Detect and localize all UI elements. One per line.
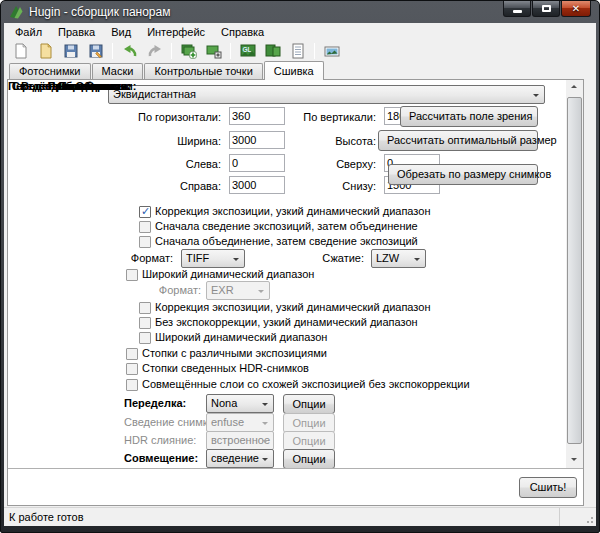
fov-horizontal-label: По горизонтали: bbox=[126, 111, 221, 123]
window-title: Hugin - сборщик панорам bbox=[29, 5, 170, 19]
image-fusion-combo: enfuse bbox=[206, 413, 274, 432]
remapped-checkbox-label-0: Коррекция экспозиции, узкий динамический… bbox=[155, 301, 430, 313]
svg-text:GL: GL bbox=[242, 46, 251, 53]
canvas-width-label: Ширина: bbox=[126, 135, 221, 147]
scrollbar-thumb[interactable] bbox=[567, 97, 582, 444]
crop-left-label: Слева: bbox=[126, 158, 221, 170]
compression-label: Сжатие: bbox=[299, 252, 364, 264]
save-project-icon[interactable] bbox=[59, 41, 82, 61]
menubar: ФайлПравкаВидИнтерфейсСправка bbox=[4, 23, 596, 41]
open-project-icon[interactable] bbox=[34, 41, 57, 61]
stacks-checkbox-1[interactable] bbox=[126, 363, 138, 375]
remapper-combo[interactable]: Nona bbox=[206, 394, 274, 413]
calc-fov-button[interactable]: Рассчитать поле зрения bbox=[400, 106, 538, 127]
minimize-icon bbox=[513, 10, 522, 13]
layers-checkbox-0[interactable] bbox=[126, 379, 138, 391]
menu-item-view[interactable]: Вид bbox=[103, 24, 139, 40]
remapped-checkbox-1[interactable] bbox=[139, 317, 151, 329]
preview-window-icon[interactable] bbox=[320, 41, 343, 61]
vertical-scrollbar[interactable] bbox=[566, 80, 583, 468]
hdr-format-combo: EXR bbox=[206, 281, 270, 300]
titlebar: Hugin - сборщик панорам ✕ bbox=[1, 1, 599, 23]
add-images-icon[interactable] bbox=[177, 41, 200, 61]
redo-icon[interactable] bbox=[143, 41, 166, 61]
toolbar-separator bbox=[314, 43, 315, 59]
output-checkbox-0[interactable] bbox=[139, 206, 151, 218]
processing-label: Обработка: bbox=[8, 80, 119, 92]
fov-horizontal-input[interactable] bbox=[229, 107, 285, 125]
layers-checkbox-label-0: Совмещённые слои со схожей экспозицией б… bbox=[142, 378, 470, 390]
menu-item-interface[interactable]: Интерфейс bbox=[139, 24, 213, 40]
undo-icon[interactable] bbox=[118, 41, 141, 61]
window-controls: ✕ bbox=[503, 1, 591, 17]
output-checkbox-label-2: Сначала объединение, затем сведение эксп… bbox=[155, 235, 418, 247]
gl-preview-icon[interactable]: GL bbox=[236, 41, 259, 61]
hdr-merger-label: HDR слияние: bbox=[124, 434, 196, 446]
crop-to-images-button[interactable]: Обрезать по размеру снимков bbox=[388, 164, 538, 185]
maximize-button[interactable] bbox=[532, 1, 560, 17]
minimize-button[interactable] bbox=[503, 1, 531, 17]
remapped-checkbox-0[interactable] bbox=[139, 302, 151, 314]
scroll-down-arrow-icon[interactable] bbox=[566, 451, 583, 468]
toolbar: GL bbox=[4, 41, 596, 61]
format-label: Формат: bbox=[108, 252, 173, 264]
stitch-button[interactable]: Сшить! bbox=[519, 477, 577, 498]
blender-combo[interactable]: сведение bbox=[206, 449, 274, 468]
format-combo[interactable]: TIFF bbox=[181, 249, 245, 268]
stacks-checkbox-0[interactable] bbox=[126, 348, 138, 360]
stitcher-tab-panel: Проекция: Эквидистантная Поле зрения: По… bbox=[7, 79, 584, 506]
remapper-label: Переделка: bbox=[124, 397, 186, 409]
fast-preview-icon[interactable] bbox=[261, 41, 284, 61]
tab-bar: ФотоснимкиМаскиКонтрольные точкиСшивка bbox=[4, 61, 596, 79]
toolbar-separator bbox=[230, 43, 231, 59]
stacks-checkbox-label-1: Стопки сведенных HDR-снимков bbox=[142, 362, 309, 374]
tab-stitcher[interactable]: Сшивка bbox=[264, 61, 324, 80]
output-checkbox-2[interactable] bbox=[139, 236, 151, 248]
new-project-icon[interactable] bbox=[9, 41, 32, 61]
crop-bottom-label: Снизу: bbox=[294, 180, 376, 192]
toolbar-separator bbox=[112, 43, 113, 59]
crop-right-label: Справа: bbox=[126, 180, 221, 192]
control-points-list-icon[interactable] bbox=[286, 41, 309, 61]
tab-control-points[interactable]: Контрольные точки bbox=[144, 63, 262, 79]
crop-right-input[interactable] bbox=[229, 176, 285, 194]
tab-masks[interactable]: Маски bbox=[92, 63, 144, 79]
menu-item-edit[interactable]: Правка bbox=[50, 24, 103, 40]
status-text: К работе готов bbox=[9, 511, 84, 523]
remapped-checkbox-label-2: Широкий динамический диапазон bbox=[155, 331, 327, 343]
calc-optimal-size-button[interactable]: Рассчитать оптимальный размер bbox=[378, 130, 538, 151]
remapped-checkbox-label-1: Без экспокоррекции, узкий динамический д… bbox=[155, 316, 418, 328]
compression-combo[interactable]: LZW bbox=[371, 249, 426, 268]
app-window: Hugin - сборщик панорам ✕ ФайлПравкаВидИ… bbox=[0, 0, 600, 533]
projection-combo[interactable]: Эквидистантная bbox=[108, 85, 545, 104]
fov-vertical-label: По вертикали: bbox=[294, 111, 376, 123]
blender-options-button[interactable]: Опции bbox=[283, 449, 335, 469]
close-icon: ✕ bbox=[572, 2, 580, 16]
menu-item-file[interactable]: Файл bbox=[7, 24, 50, 40]
tab-photos[interactable]: Фотоснимки bbox=[9, 63, 91, 79]
canvas-height-label: Высота: bbox=[294, 135, 376, 147]
add-time-series-icon[interactable] bbox=[202, 41, 225, 61]
hdr-merger-combo: встроенное bbox=[206, 431, 274, 450]
scroll-up-arrow-icon[interactable] bbox=[566, 80, 583, 97]
output-checkbox-1[interactable] bbox=[139, 221, 151, 233]
menu-item-help[interactable]: Справка bbox=[213, 24, 272, 40]
canvas-width-input[interactable] bbox=[229, 131, 285, 149]
stitcher-scroll-area: Проекция: Эквидистантная Поле зрения: По… bbox=[8, 80, 583, 469]
save-as-icon[interactable] bbox=[84, 41, 107, 61]
maximize-icon bbox=[542, 5, 551, 12]
output-checkbox-label-1: Сначала сведение экспозиций, затем объед… bbox=[155, 220, 418, 232]
hdr-output-checkbox[interactable] bbox=[126, 269, 138, 281]
status-bar: К работе готов bbox=[4, 507, 596, 526]
remapped-checkbox-2[interactable] bbox=[139, 332, 151, 344]
client-area: ФайлПравкаВидИнтерфейсСправка GL Фотосни… bbox=[4, 23, 596, 526]
remapper-options-button[interactable]: Опции bbox=[283, 394, 335, 414]
crop-left-input[interactable] bbox=[229, 154, 285, 172]
stacks-checkbox-label-0: Стопки с различными экспозициями bbox=[142, 347, 327, 359]
toolbar-separator bbox=[171, 43, 172, 59]
close-button[interactable]: ✕ bbox=[561, 1, 591, 17]
hugin-app-icon bbox=[8, 4, 24, 20]
crop-top-label: Сверху: bbox=[294, 158, 376, 170]
resize-grip[interactable] bbox=[584, 514, 594, 524]
image-fusion-options-button: Опции bbox=[283, 413, 335, 433]
